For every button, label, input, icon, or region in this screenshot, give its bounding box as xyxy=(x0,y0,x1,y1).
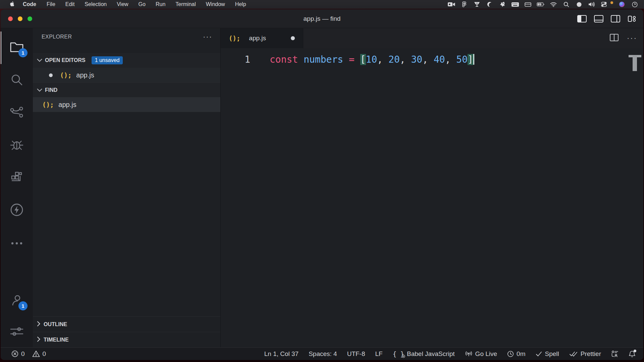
token-comma: , xyxy=(400,54,411,65)
figma-icon[interactable] xyxy=(460,1,468,7)
battery-case-icon[interactable] xyxy=(524,1,532,7)
menu-app-name[interactable]: Code xyxy=(17,1,42,7)
activity-search[interactable] xyxy=(1,64,33,97)
status-dot-icon[interactable] xyxy=(575,1,583,7)
chevron-down-icon xyxy=(37,88,42,92)
activity-run-debug[interactable] xyxy=(1,129,33,162)
explorer-badge: 1 xyxy=(18,48,28,57)
tab-appjs[interactable]: (); app.js xyxy=(221,28,303,48)
clock-icon[interactable] xyxy=(631,1,639,7)
editor-more-actions-button[interactable]: ··· xyxy=(627,34,637,43)
token-const: const xyxy=(270,54,304,65)
accounts-tree-button[interactable] xyxy=(606,350,624,358)
cursor-position[interactable]: Ln 1, Col 37 xyxy=(259,350,304,358)
sieve-icon[interactable] xyxy=(473,1,481,7)
menu-selection[interactable]: Selection xyxy=(79,1,112,7)
open-editor-filename: app.js xyxy=(76,71,94,79)
find-item-appjs[interactable]: (); app.js xyxy=(33,97,220,112)
error-icon xyxy=(11,350,18,357)
token-40: 40 xyxy=(434,54,445,65)
unsaved-badge: 1 unsaved xyxy=(92,56,123,64)
tab-bar: (); app.js ··· xyxy=(221,28,643,48)
mic-indicator-dot xyxy=(610,1,613,4)
token-comma: , xyxy=(377,54,388,65)
battery-charging-icon[interactable] xyxy=(537,1,545,7)
volume-icon[interactable] xyxy=(588,1,596,7)
spotlight-search-icon[interactable] xyxy=(562,1,570,7)
code-line-1: const numbers = [10, 20, 30, 40, 50] xyxy=(270,53,474,66)
menu-file[interactable]: File xyxy=(42,1,60,7)
siri-icon[interactable] xyxy=(618,1,626,7)
menu-edit[interactable]: Edit xyxy=(60,1,80,7)
macos-menu-bar: Code File Edit Selection View Go Run Ter… xyxy=(0,0,644,9)
menu-help[interactable]: Help xyxy=(230,1,251,7)
prettier-formatter[interactable]: Prettier xyxy=(564,350,606,358)
menu-view[interactable]: View xyxy=(112,1,133,7)
customize-layout-button[interactable] xyxy=(627,15,637,23)
apple-menu-icon[interactable] xyxy=(7,1,17,7)
outline-section-header[interactable]: OUTLINE xyxy=(33,316,220,332)
activity-more[interactable] xyxy=(1,227,33,259)
keyboard-icon[interactable] xyxy=(511,1,519,7)
split-editor-button[interactable] xyxy=(609,34,619,43)
explorer-actions-button[interactable]: ··· xyxy=(203,33,212,41)
open-editor-item-appjs[interactable]: (); app.js xyxy=(33,68,220,82)
lightning-circle-icon xyxy=(10,203,23,218)
notifications-button[interactable] xyxy=(624,350,641,358)
notification-dot xyxy=(634,350,636,352)
open-editors-section-header[interactable]: OPEN EDITORS 1 unsaved xyxy=(33,53,220,68)
menu-run[interactable]: Run xyxy=(151,1,170,7)
timeline-section-header[interactable]: TIMELINE xyxy=(33,332,220,347)
search-icon xyxy=(10,73,23,87)
token-equals: = xyxy=(349,54,360,65)
warning-count: 0 xyxy=(43,350,46,358)
activity-accounts[interactable]: 1 xyxy=(1,285,33,317)
encoding-indicator[interactable]: UTF-8 xyxy=(342,350,370,358)
menu-go[interactable]: Go xyxy=(133,1,151,7)
menu-terminal[interactable]: Terminal xyxy=(170,1,201,7)
token-numbers: numbers xyxy=(304,54,349,65)
activity-settings[interactable] xyxy=(1,317,33,347)
overview-ruler-mark xyxy=(633,55,637,71)
rocket-icon[interactable] xyxy=(498,1,506,7)
find-label: FIND xyxy=(45,87,57,93)
claude-icon[interactable] xyxy=(486,1,494,7)
eol-indicator[interactable]: LF xyxy=(370,350,388,358)
error-count: 0 xyxy=(21,350,25,358)
code-editor[interactable]: 1 const numbers = [10, 20, 30, 40, 50] xyxy=(221,48,643,347)
token-10: 10 xyxy=(366,54,377,65)
window-title-bar: app.js — find xyxy=(1,9,643,28)
source-control-icon xyxy=(10,106,23,120)
braces-icon: { } xyxy=(393,350,404,358)
timer-indicator[interactable]: 0m xyxy=(502,350,530,358)
toggle-primary-sidebar-button[interactable] xyxy=(577,15,587,23)
warning-icon xyxy=(32,350,40,357)
wifi-icon[interactable] xyxy=(549,1,557,7)
token-comma: , xyxy=(445,54,457,65)
timeline-label: TIMELINE xyxy=(44,337,69,343)
go-live-button[interactable]: Go Live xyxy=(460,350,502,358)
chevron-right-icon xyxy=(37,337,40,343)
screen-record-icon[interactable] xyxy=(447,1,455,7)
menu-window[interactable]: Window xyxy=(201,1,230,7)
spell-checker[interactable]: Spell xyxy=(531,350,564,358)
control-center-icon[interactable] xyxy=(600,1,608,7)
activity-explorer[interactable]: 1 xyxy=(1,32,33,64)
activity-extensions[interactable] xyxy=(1,162,33,194)
toggle-panel-button[interactable] xyxy=(594,15,604,23)
outline-label: OUTLINE xyxy=(44,321,67,327)
activity-source-control[interactable] xyxy=(1,97,33,129)
tab-modified-dot[interactable] xyxy=(291,36,295,40)
indentation-indicator[interactable]: Spaces: 4 xyxy=(304,350,342,358)
check-icon xyxy=(536,351,542,357)
explorer-sidebar: EXPLORER ··· OPEN EDITORS 1 unsaved (); … xyxy=(33,28,221,347)
find-section-header[interactable]: FIND xyxy=(33,82,220,97)
problems-indicator[interactable]: 0 0 xyxy=(9,350,49,358)
status-bar: 0 0 Ln 1, Col 37 Spaces: 4 UTF-8 LF { } … xyxy=(1,347,643,360)
tab-filename: app.js xyxy=(249,35,266,42)
bell-icon xyxy=(629,350,636,358)
language-mode[interactable]: { } Babel JavaScript xyxy=(388,350,460,358)
extensions-icon xyxy=(10,171,23,185)
activity-lightning[interactable] xyxy=(1,194,33,227)
toggle-secondary-sidebar-button[interactable] xyxy=(610,15,621,23)
